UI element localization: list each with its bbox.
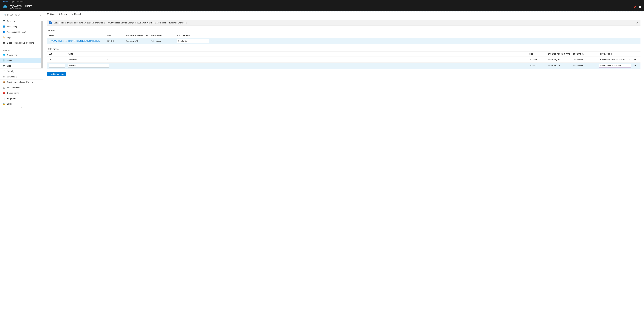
col-size: SIZE bbox=[107, 35, 126, 36]
data-disk-row: WADisk1⌵1023 GiBPremium_LRSNot enabledRe… bbox=[47, 57, 640, 63]
sidebar-item-tags[interactable]: 🏷️Tags bbox=[0, 35, 43, 40]
col-name: NAME bbox=[49, 35, 107, 36]
sidebar-item-configuration[interactable]: 🧰Configuration bbox=[0, 90, 43, 96]
close-icon[interactable]: ✕ bbox=[639, 6, 641, 9]
disk-cache-value: None + Write Accelerator bbox=[600, 65, 622, 67]
os-cache-select[interactable]: Read/write ⌵ bbox=[177, 39, 209, 43]
sidebar-item-security[interactable]: 🛡Security bbox=[0, 69, 43, 74]
chevron-down-icon: ⌵ bbox=[107, 59, 108, 61]
nav-primary: 🖥️Overview📘Activity log👥Access control (… bbox=[0, 19, 43, 109]
sidebar-item-label: Properties bbox=[7, 97, 16, 100]
lun-input[interactable] bbox=[49, 64, 65, 68]
sidebar-item-label: Access control (IAM) bbox=[7, 31, 26, 33]
data-disks-grid: LUN NAME SIZE STORAGE ACCOUNT TYPE ENCRY… bbox=[47, 52, 640, 69]
page-header: myWAVM - Disks Virtual machine 📌 ✕ bbox=[0, 3, 644, 11]
nav-icon: 🖥️ bbox=[3, 20, 5, 22]
write-accelerator-icon[interactable]: 👁 bbox=[634, 58, 636, 61]
os-disk-row: myWAVM_OsDisk_1_f8678795084e451c8bfdb837… bbox=[47, 38, 640, 44]
refresh-button[interactable]: ↻ Refresh bbox=[72, 13, 81, 15]
write-accelerator-icon[interactable]: 👁 bbox=[634, 65, 636, 67]
content-pane: 💾 Save ✖ Discard ↻ Refresh i Managed dis… bbox=[44, 11, 644, 109]
os-disk-heading: OS disk bbox=[47, 29, 640, 32]
os-disk-link[interactable]: myWAVM_OsDisk_1_f8678795084e451c8bfdb837… bbox=[49, 40, 100, 42]
chevron-down-icon: ⌵ bbox=[629, 65, 630, 67]
discard-label: Discard bbox=[61, 13, 68, 15]
disk-size: 1023 GiB bbox=[529, 65, 548, 67]
sidebar-item-activity-log[interactable]: 📘Activity log bbox=[0, 24, 43, 29]
save-button[interactable]: 💾 Save bbox=[47, 13, 55, 15]
sidebar-item-label: Continuous delivery (Preview) bbox=[7, 81, 34, 83]
sidebar-item-availability-set[interactable]: ▦Availability set bbox=[0, 85, 43, 90]
chevron-down-icon: ⌵ bbox=[107, 65, 108, 67]
disk-storage: Premium_LRS bbox=[548, 58, 573, 61]
sidebar-item-label: Overview bbox=[7, 20, 16, 22]
sidebar-item-access-control-iam-[interactable]: 👥Access control (IAM) bbox=[0, 29, 43, 35]
col-name: NAME bbox=[68, 53, 529, 55]
col-encryption: ENCRYPTION bbox=[151, 35, 177, 36]
os-storage: Premium_LRS bbox=[126, 40, 151, 42]
page-title: myWAVM - Disks bbox=[10, 5, 32, 8]
sidebar-item-label: Locks bbox=[7, 103, 12, 105]
sidebar-item-networking[interactable]: 🌐Networking bbox=[0, 52, 43, 58]
open-external-icon[interactable]: ↗ bbox=[635, 22, 639, 24]
sidebar-item-diagnose-and-solve-problems[interactable]: 🛠Diagnose and solve problems bbox=[0, 40, 43, 46]
disk-cache-value: Read-only + Write Accelerator bbox=[600, 58, 626, 61]
sidebar-item-size[interactable]: 🖥️Size bbox=[0, 63, 43, 69]
col-cache: HOST CACHING bbox=[599, 53, 632, 55]
nav-icon: 🌐 bbox=[3, 54, 5, 56]
save-label: Save bbox=[50, 13, 55, 15]
sidebar-item-continuous-delivery-preview-[interactable]: 📦Continuous delivery (Preview) bbox=[0, 79, 43, 85]
discard-icon: ✖ bbox=[58, 13, 60, 15]
sidebar-item-locks[interactable]: 🔒Locks bbox=[0, 101, 43, 107]
lun-input[interactable] bbox=[49, 58, 65, 61]
nav-icon: ||| bbox=[3, 97, 5, 100]
disk-name-select[interactable]: WADisk1⌵ bbox=[68, 58, 109, 61]
nav-icon: 👥 bbox=[3, 31, 5, 33]
breadcrumb-sep: › bbox=[9, 1, 10, 3]
sidebar-item-label: Disks bbox=[7, 59, 12, 62]
pin-icon[interactable]: 📌 bbox=[633, 6, 636, 9]
info-text: Managed disks created since June 10, 201… bbox=[54, 22, 187, 24]
sidebar-item-label: Configuration bbox=[7, 92, 19, 94]
sidebar-item-label: Extensions bbox=[7, 76, 17, 78]
sidebar-item-label: Networking bbox=[7, 54, 17, 56]
sidebar-item-label: Size bbox=[7, 65, 11, 67]
disk-name-select[interactable]: WADisk2⌵ bbox=[68, 64, 109, 68]
disk-cache-select[interactable]: Read-only + Write Accelerator⌵ bbox=[599, 58, 631, 61]
chevron-down-icon: ⌵ bbox=[207, 40, 208, 42]
nav-icon: 🖥️ bbox=[3, 65, 5, 67]
disk-enc: Not enabled bbox=[573, 65, 599, 67]
collapse-sidebar-icon[interactable]: « bbox=[40, 14, 40, 16]
discard-button[interactable]: ✖ Discard bbox=[58, 13, 68, 15]
sidebar-item-overview[interactable]: 🖥️Overview bbox=[0, 19, 43, 24]
chevron-down-icon: ⌵ bbox=[629, 59, 630, 61]
nav-icon: 🔒 bbox=[3, 103, 5, 105]
scrollbar[interactable] bbox=[41, 21, 43, 68]
add-data-disk-button[interactable]: + Add data disk bbox=[47, 72, 66, 76]
info-banner: i Managed disks created since June 10, 2… bbox=[47, 20, 640, 26]
sidebar-item-label: Availability set bbox=[7, 86, 20, 89]
os-disk-grid: NAME SIZE STORAGE ACCOUNT TYPE ENCRYPTIO… bbox=[47, 33, 640, 44]
breadcrumb-current: myWAVM - Disks bbox=[11, 1, 24, 3]
disk-cache-select[interactable]: None + Write Accelerator⌵ bbox=[599, 64, 631, 68]
breadcrumb-home[interactable]: Home bbox=[3, 1, 8, 3]
refresh-icon: ↻ bbox=[72, 13, 73, 15]
info-icon: i bbox=[49, 21, 52, 24]
col-lun: LUN bbox=[49, 53, 68, 55]
scroll-down-icon[interactable]: ▼ bbox=[0, 107, 43, 109]
nav-icon: 📘 bbox=[3, 25, 5, 28]
nav-icon: ▦ bbox=[3, 86, 5, 89]
data-disks-heading: Data disks bbox=[47, 48, 640, 51]
sidebar-item-extensions[interactable]: ⧉Extensions bbox=[0, 74, 43, 79]
nav-icon: 🛠 bbox=[3, 42, 5, 44]
os-cache-value: Read/write bbox=[178, 40, 187, 42]
search-input[interactable] bbox=[7, 14, 37, 16]
col-encryption: ENCRYPTION bbox=[573, 53, 599, 55]
os-enc: Not enabled bbox=[151, 40, 177, 42]
sidebar-item-properties[interactable]: |||Properties bbox=[0, 96, 43, 101]
col-size: SIZE bbox=[529, 53, 548, 55]
search-input-wrap[interactable]: 🔍 bbox=[3, 13, 38, 17]
sidebar-item-label: Activity log bbox=[7, 25, 17, 28]
sidebar-item-disks[interactable]: 💿Disks bbox=[0, 58, 43, 63]
disk-enc: Not enabled bbox=[573, 58, 599, 61]
